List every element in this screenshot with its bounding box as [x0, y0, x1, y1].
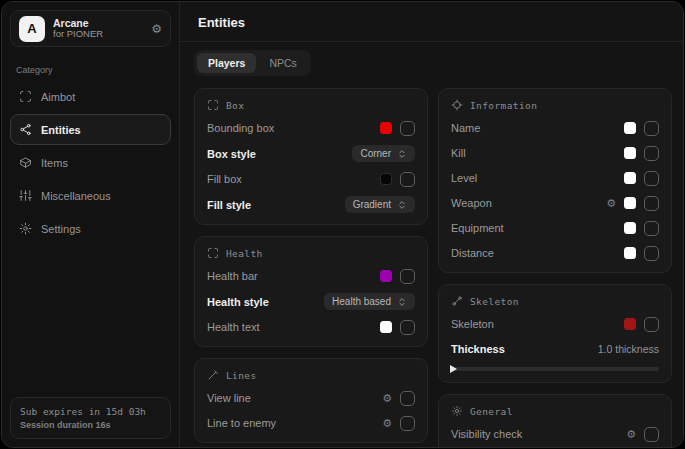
setting-label: Kill — [451, 147, 466, 159]
session-duration-text: Session duration 16s — [20, 420, 161, 430]
sidebar-nav: Aimbot Entities Items Mis — [2, 79, 179, 244]
skeleton-checkbox[interactable] — [644, 317, 659, 332]
box-card: Box Bounding box Box style Corner — [194, 88, 428, 225]
main-panel: Entities Players NPCs Box — [180, 2, 684, 447]
sidebar-item-aimbot[interactable]: Aimbot — [10, 81, 171, 112]
lines-card: Lines View line ⚙ Line to enemy ⚙ — [194, 358, 428, 443]
color-swatch[interactable] — [380, 122, 392, 134]
color-swatch[interactable] — [624, 222, 636, 234]
equipment-checkbox[interactable] — [644, 221, 659, 236]
color-swatch[interactable] — [380, 321, 392, 333]
setting-row-visibility-check: Visibility check ⚙ — [451, 426, 659, 442]
sidebar-item-label: Settings — [41, 223, 81, 235]
setting-label: Line to enemy — [207, 417, 276, 429]
setting-label: Fill box — [207, 173, 242, 185]
setting-row-name: Name — [451, 120, 659, 136]
left-column: Box Bounding box Box style Corner — [194, 88, 428, 448]
setting-label: Health bar — [207, 270, 258, 282]
cube-icon — [19, 156, 32, 169]
general-card: General Visibility check ⚙ Max distance … — [438, 394, 672, 448]
fill-box-checkbox[interactable] — [400, 172, 415, 187]
info-scan-icon — [451, 99, 463, 111]
crosshair-scan-icon — [19, 90, 32, 103]
setting-label: Weapon — [451, 197, 492, 209]
thickness-value: 1.0 thickness — [598, 343, 659, 355]
color-swatch[interactable] — [624, 318, 636, 330]
line-to-enemy-checkbox[interactable] — [400, 416, 415, 431]
settings-content: Box Bounding box Box style Corner — [180, 76, 684, 448]
page-title: Entities — [198, 15, 668, 30]
weapon-checkbox[interactable] — [644, 196, 659, 211]
setting-label: Thickness — [451, 343, 505, 355]
bounding-box-checkbox[interactable] — [400, 121, 415, 136]
setting-row-health-style: Health style Health based — [207, 293, 415, 310]
card-title: Skeleton — [470, 296, 519, 307]
main-header: Entities — [180, 2, 684, 42]
color-swatch[interactable] — [624, 197, 636, 209]
box-style-dropdown[interactable]: Corner — [352, 145, 415, 162]
card-title: Lines — [226, 370, 257, 381]
setting-row-kill: Kill — [451, 145, 659, 161]
setting-row-distance: Distance — [451, 245, 659, 261]
unfold-icon — [397, 149, 407, 159]
weapon-gear-icon[interactable]: ⚙ — [606, 198, 616, 209]
name-checkbox[interactable] — [644, 121, 659, 136]
skeleton-card: Skeleton Skeleton Thickness 1.0 thicknes… — [438, 284, 672, 383]
dropdown-value: Health based — [332, 296, 391, 307]
sidebar-item-settings[interactable]: Settings — [10, 213, 171, 244]
setting-row-view-line: View line ⚙ — [207, 390, 415, 406]
setting-row-thickness: Thickness 1.0 thickness — [451, 341, 659, 357]
thickness-slider[interactable] — [451, 367, 659, 371]
sidebar-item-label: Entities — [41, 124, 81, 136]
view-line-checkbox[interactable] — [400, 391, 415, 406]
sidebar-item-miscellaneous[interactable]: Miscellaneous — [10, 180, 171, 211]
tab-npcs[interactable]: NPCs — [258, 53, 307, 73]
color-swatch[interactable] — [380, 173, 392, 185]
unfold-icon — [397, 200, 407, 210]
setting-row-fill-box: Fill box — [207, 171, 415, 187]
brand-logo: A — [19, 16, 45, 42]
view-line-gear-icon[interactable]: ⚙ — [382, 393, 392, 404]
setting-label: Skeleton — [451, 318, 494, 330]
setting-row-bounding-box: Bounding box — [207, 120, 415, 136]
health-card: Health Health bar Health style Health ba… — [194, 236, 428, 347]
color-swatch[interactable] — [380, 270, 392, 282]
setting-row-health-bar: Health bar — [207, 268, 415, 284]
brand-subtitle: for PIONER — [53, 29, 143, 40]
tab-players[interactable]: Players — [197, 53, 256, 73]
health-bar-checkbox[interactable] — [400, 269, 415, 284]
brand-settings-gear-icon[interactable]: ⚙ — [151, 23, 162, 35]
color-swatch[interactable] — [624, 122, 636, 134]
box-corners-icon — [207, 99, 219, 111]
fill-style-dropdown[interactable]: Gradient — [345, 196, 415, 213]
color-swatch[interactable] — [624, 147, 636, 159]
sidebar: A Arcane for PIONER ⚙ Category Aimbot — [2, 2, 180, 447]
health-text-checkbox[interactable] — [400, 320, 415, 335]
visibility-check-gear-icon[interactable]: ⚙ — [626, 429, 636, 440]
setting-label: Box style — [207, 148, 256, 160]
color-swatch[interactable] — [624, 172, 636, 184]
setting-label: Bounding box — [207, 122, 274, 134]
health-style-dropdown[interactable]: Health based — [324, 293, 415, 310]
setting-label: Fill style — [207, 199, 251, 211]
visibility-check-checkbox[interactable] — [644, 427, 659, 442]
subscription-card: Sub expires in 15d 03h Session duration … — [10, 397, 171, 439]
setting-label: Visibility check — [451, 428, 522, 440]
bone-icon — [451, 295, 463, 307]
color-swatch[interactable] — [624, 247, 636, 259]
setting-label: Equipment — [451, 222, 504, 234]
dropdown-value: Gradient — [353, 199, 391, 210]
distance-checkbox[interactable] — [644, 246, 659, 261]
setting-row-equipment: Equipment — [451, 220, 659, 236]
sliders-icon — [19, 189, 32, 202]
line-to-enemy-gear-icon[interactable]: ⚙ — [382, 418, 392, 429]
slider-thumb[interactable] — [450, 365, 457, 373]
category-label: Category — [2, 55, 179, 79]
entity-tabs: Players NPCs — [194, 50, 311, 76]
sun-icon — [451, 405, 463, 417]
setting-row-weapon: Weapon ⚙ — [451, 195, 659, 211]
level-checkbox[interactable] — [644, 171, 659, 186]
sidebar-item-items[interactable]: Items — [10, 147, 171, 178]
kill-checkbox[interactable] — [644, 146, 659, 161]
sidebar-item-entities[interactable]: Entities — [10, 114, 171, 145]
